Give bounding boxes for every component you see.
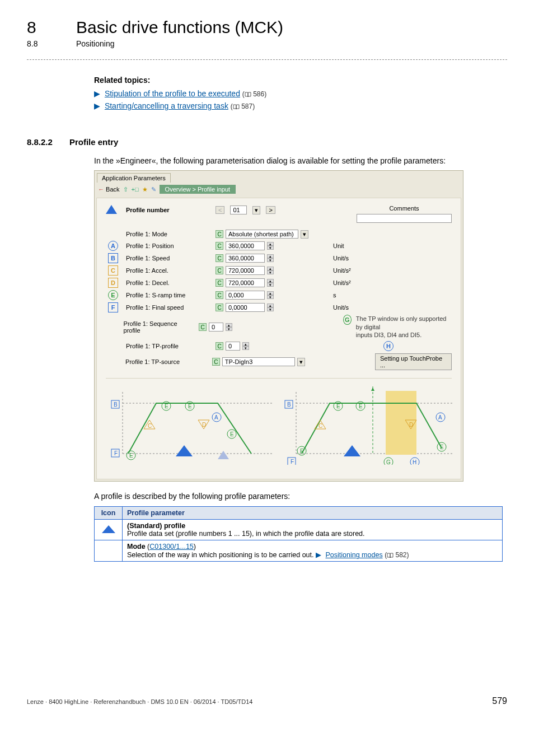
param-label: Profile 1: Mode bbox=[126, 231, 210, 237]
c-badge-icon[interactable]: C bbox=[216, 304, 223, 311]
svg-text:G: G bbox=[386, 459, 391, 465]
value-cell: C▴▾ bbox=[216, 291, 327, 300]
profile-next-button[interactable]: > bbox=[266, 206, 275, 214]
positioning-modes-link[interactable]: Positioning modes bbox=[325, 551, 382, 559]
param-input[interactable] bbox=[226, 278, 265, 287]
param-input[interactable] bbox=[226, 303, 265, 312]
dialog-param-row: CProfile 1: Accel.C▴▾Unit/s² bbox=[106, 265, 452, 276]
nav-add-icon[interactable]: +□ bbox=[132, 186, 139, 193]
profile-prev-button[interactable]: < bbox=[216, 206, 224, 214]
section-title: Positioning bbox=[76, 39, 115, 48]
spinner-up-icon[interactable]: ▴ bbox=[226, 323, 232, 327]
table-cell-standard-profile: (Standard) profile Profile data set (pro… bbox=[123, 520, 503, 540]
param-input[interactable] bbox=[226, 241, 265, 250]
dialog-tab-application-parameters[interactable]: Application Parameters bbox=[97, 173, 171, 183]
param-unit: Unit/s² bbox=[333, 267, 361, 274]
c-badge-icon[interactable]: C bbox=[212, 358, 220, 366]
dialog-param-row: AProfile 1: PositionC▴▾Unit bbox=[106, 241, 452, 251]
param-input[interactable] bbox=[226, 342, 240, 351]
code-link-c01300[interactable]: C01300/1...15 bbox=[149, 543, 194, 550]
nav-edit-icon[interactable]: ✎ bbox=[151, 186, 156, 193]
profile-number-input[interactable] bbox=[230, 206, 247, 214]
dropdown-icon[interactable]: ▾ bbox=[297, 358, 305, 366]
param-label: Profile 1: S-ramp time bbox=[126, 292, 210, 298]
param-input[interactable] bbox=[222, 357, 295, 366]
page-number: 579 bbox=[492, 696, 507, 706]
svg-text:E: E bbox=[129, 452, 133, 459]
letter-B-icon: B bbox=[108, 253, 118, 263]
engineer-dialog: Application Parameters ← Back ⇧ +□ ★ ✎ O… bbox=[94, 170, 463, 482]
param-unit: Unit/s² bbox=[333, 279, 361, 286]
spinner-up-icon[interactable]: ▴ bbox=[267, 304, 274, 307]
profile-parameter-table: Icon Profile parameter (Standard) profil… bbox=[94, 506, 503, 562]
svg-marker-4 bbox=[218, 451, 229, 459]
related-link-starting[interactable]: Starting/cancelling a traversing task bbox=[105, 101, 228, 110]
subsection-number: 8.8.2.2 bbox=[27, 137, 53, 147]
table-head-param: Profile parameter bbox=[123, 507, 503, 520]
c-badge-icon[interactable]: C bbox=[199, 323, 207, 331]
chapter-number: 8 bbox=[27, 18, 49, 37]
spinner-up-icon[interactable]: ▴ bbox=[267, 279, 274, 283]
related-link-stipulation[interactable]: Stipulation of the profile to be execute… bbox=[105, 89, 240, 98]
c-badge-icon[interactable]: C bbox=[216, 230, 223, 238]
value-cell: C▴▾ bbox=[216, 266, 327, 275]
dialog-param-row: Profile 1: ModeC▾ bbox=[106, 230, 452, 239]
dropdown-icon[interactable]: ▾ bbox=[301, 230, 308, 239]
breadcrumb: Overview > Profile input bbox=[160, 185, 236, 194]
dialog-param-row: EProfile 1: S-ramp timeC▴▾s bbox=[106, 290, 452, 300]
spinner-down-icon[interactable]: ▾ bbox=[267, 307, 274, 311]
param-input[interactable] bbox=[226, 230, 298, 239]
svg-text:H: H bbox=[413, 459, 416, 465]
svg-text:E: E bbox=[300, 448, 304, 454]
spinner-down-icon[interactable]: ▾ bbox=[267, 270, 274, 274]
profile-number-label: Profile number bbox=[126, 207, 210, 213]
spinner-down-icon[interactable]: ▾ bbox=[242, 346, 249, 350]
c-badge-icon[interactable]: C bbox=[216, 267, 223, 274]
spinner-down-icon[interactable]: ▾ bbox=[226, 327, 232, 331]
value-cell: C▴▾ bbox=[216, 254, 327, 263]
spinner-down-icon[interactable]: ▾ bbox=[267, 283, 274, 287]
row-icon-cell: B bbox=[106, 253, 120, 263]
spinner-down-icon[interactable]: ▾ bbox=[267, 246, 274, 250]
param-input[interactable] bbox=[226, 291, 265, 300]
value-cell: C▴▾ bbox=[199, 323, 292, 332]
spinner-up-icon[interactable]: ▴ bbox=[267, 267, 274, 270]
svg-text:E: E bbox=[188, 403, 192, 409]
c-badge-icon[interactable]: C bbox=[216, 242, 223, 250]
chapter-title: Basic drive functions (MCK) bbox=[76, 18, 283, 37]
profile-dropdown-icon[interactable]: ▾ bbox=[252, 206, 260, 214]
svg-marker-52 bbox=[371, 388, 374, 391]
param-input[interactable] bbox=[209, 323, 223, 332]
svg-text:E: E bbox=[165, 403, 168, 409]
c-badge-icon[interactable]: C bbox=[216, 291, 223, 299]
c-badge-icon[interactable]: C bbox=[216, 254, 223, 262]
related-topics-heading: Related topics: bbox=[94, 76, 507, 85]
value-cell: C▴▾ bbox=[216, 303, 327, 312]
back-button[interactable]: ← Back bbox=[98, 186, 120, 193]
intro-paragraph: In the »Engineer«, the following paramet… bbox=[94, 155, 507, 167]
letter-C-icon: C bbox=[108, 265, 118, 276]
param-unit: Unit/s bbox=[333, 304, 361, 311]
spinner-up-icon[interactable]: ▴ bbox=[267, 242, 274, 246]
separator-line bbox=[27, 59, 507, 60]
param-input[interactable] bbox=[226, 266, 265, 275]
profile-triangle-icon bbox=[102, 525, 115, 533]
spinner-up-icon[interactable]: ▴ bbox=[267, 291, 274, 295]
setup-touchprobe-button[interactable]: Setting up TouchProbe ... bbox=[375, 353, 452, 370]
spinner-down-icon[interactable]: ▾ bbox=[267, 295, 274, 299]
spinner-down-icon[interactable]: ▾ bbox=[267, 258, 274, 262]
spinner-up-icon[interactable]: ▴ bbox=[267, 254, 274, 258]
param-label: Profile 1: Position bbox=[126, 242, 210, 249]
param-label: Profile 1: TP-profile bbox=[126, 343, 210, 349]
nav-favorite-icon[interactable]: ★ bbox=[142, 186, 148, 193]
c-badge-icon[interactable]: C bbox=[216, 279, 223, 287]
value-cell: C▴▾ bbox=[216, 241, 327, 250]
spinner-up-icon[interactable]: ▴ bbox=[242, 342, 249, 346]
c-badge-icon[interactable]: C bbox=[216, 342, 223, 350]
table-head-icon: Icon bbox=[95, 507, 123, 520]
comments-input[interactable] bbox=[357, 214, 452, 223]
subsection-title: Profile entry bbox=[69, 137, 119, 147]
value-cell: C▾ bbox=[212, 357, 320, 366]
nav-up-icon[interactable]: ⇧ bbox=[123, 186, 128, 193]
param-input[interactable] bbox=[226, 254, 265, 263]
